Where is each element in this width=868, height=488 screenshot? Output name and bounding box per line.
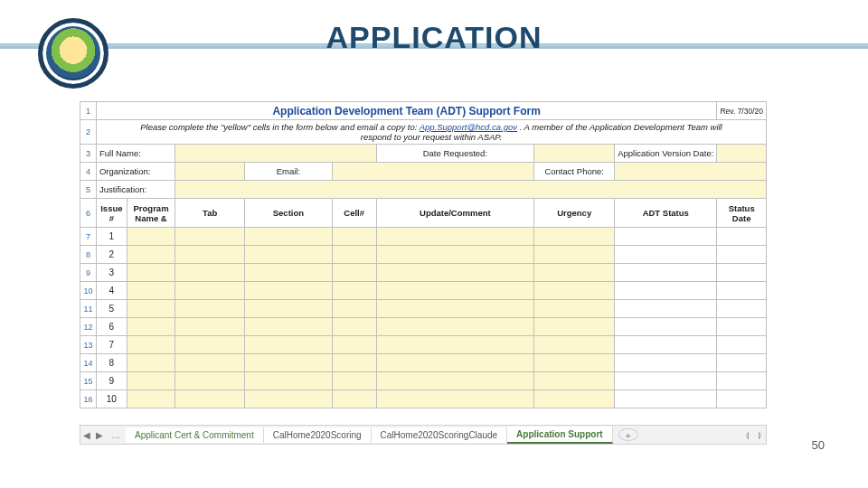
cell-urgency[interactable] — [534, 282, 615, 300]
cell-cell[interactable] — [332, 300, 376, 318]
input-full-name[interactable] — [175, 145, 376, 163]
add-sheet-icon[interactable]: + — [618, 428, 638, 441]
input-email[interactable] — [332, 163, 533, 181]
sheet-tab[interactable]: CalHome2020Scoring — [264, 427, 372, 443]
cell-program[interactable] — [127, 282, 175, 300]
tab-overflow-icon[interactable]: … — [106, 430, 126, 440]
cell-program[interactable] — [127, 336, 175, 354]
cell-update[interactable] — [376, 372, 534, 390]
input-app-version-date[interactable] — [717, 145, 767, 163]
cell-program[interactable] — [127, 300, 175, 318]
cell-status-date[interactable] — [717, 318, 767, 336]
hscroll-left-icon[interactable]: ⦉ — [741, 430, 753, 440]
cell-tab[interactable] — [175, 318, 245, 336]
cell-urgency[interactable] — [534, 246, 615, 264]
cell-adt-status[interactable] — [615, 390, 717, 408]
input-organization[interactable] — [175, 163, 245, 181]
cell-program[interactable] — [127, 264, 175, 282]
form-title: Application Development Team (ADT) Suppo… — [96, 102, 716, 120]
cell-cell[interactable] — [332, 390, 376, 408]
cell-update[interactable] — [376, 300, 534, 318]
tab-nav-prev-icon[interactable]: ◀ — [80, 430, 93, 440]
cell-program[interactable] — [127, 318, 175, 336]
cell-tab[interactable] — [175, 264, 245, 282]
cell-urgency[interactable] — [534, 336, 615, 354]
cell-cell[interactable] — [332, 318, 376, 336]
cell-section[interactable] — [245, 228, 333, 246]
cell-status-date[interactable] — [717, 264, 767, 282]
cell-tab[interactable] — [175, 354, 245, 372]
cell-status-date[interactable] — [717, 372, 767, 390]
support-email-link[interactable]: App.Support@hcd.ca.gov — [420, 122, 517, 132]
cell-adt-status[interactable] — [615, 228, 717, 246]
cell-adt-status[interactable] — [615, 264, 717, 282]
cell-status-date[interactable] — [717, 246, 767, 264]
cell-tab[interactable] — [175, 390, 245, 408]
cell-section[interactable] — [245, 246, 333, 264]
cell-update[interactable] — [376, 246, 534, 264]
cell-update[interactable] — [376, 390, 534, 408]
cell-adt-status[interactable] — [615, 372, 717, 390]
cell-section[interactable] — [245, 300, 333, 318]
cell-tab[interactable] — [175, 246, 245, 264]
cell-update[interactable] — [376, 336, 534, 354]
cell-adt-status[interactable] — [615, 336, 717, 354]
cell-program[interactable] — [127, 390, 175, 408]
cell-section[interactable] — [245, 318, 333, 336]
cell-program[interactable] — [127, 228, 175, 246]
cell-program[interactable] — [127, 246, 175, 264]
cell-cell[interactable] — [332, 372, 376, 390]
cell-cell[interactable] — [332, 282, 376, 300]
tab-nav-next-icon[interactable]: ▶ — [93, 430, 106, 440]
cell-section[interactable] — [245, 264, 333, 282]
cell-tab[interactable] — [175, 372, 245, 390]
cell-status-date[interactable] — [717, 228, 767, 246]
cell-cell[interactable] — [332, 354, 376, 372]
sheet-tab-active[interactable]: Application Support — [507, 427, 613, 444]
cell-status-date[interactable] — [717, 390, 767, 408]
cell-status-date[interactable] — [717, 336, 767, 354]
table-row: 12 6 — [80, 318, 767, 336]
cell-section[interactable] — [245, 390, 333, 408]
cell-status-date[interactable] — [717, 354, 767, 372]
cell-tab[interactable] — [175, 336, 245, 354]
sheet-tab[interactable]: CalHome2020ScoringClaude — [372, 427, 508, 443]
sheet-tab[interactable]: Applicant Cert & Commitment — [126, 427, 264, 443]
cell-section[interactable] — [245, 354, 333, 372]
cell-urgency[interactable] — [534, 318, 615, 336]
cell-urgency[interactable] — [534, 354, 615, 372]
cell-status-date[interactable] — [717, 282, 767, 300]
input-justification[interactable] — [175, 181, 767, 199]
cell-update[interactable] — [376, 318, 534, 336]
cell-tab[interactable] — [175, 282, 245, 300]
cell-urgency[interactable] — [534, 264, 615, 282]
cell-program[interactable] — [127, 372, 175, 390]
cell-update[interactable] — [376, 354, 534, 372]
cell-section[interactable] — [245, 282, 333, 300]
cell-adt-status[interactable] — [615, 282, 717, 300]
cell-tab[interactable] — [175, 300, 245, 318]
cell-adt-status[interactable] — [615, 354, 717, 372]
input-date-requested[interactable] — [534, 145, 615, 163]
cell-urgency[interactable] — [534, 390, 615, 408]
input-contact-phone[interactable] — [615, 163, 767, 181]
cell-section[interactable] — [245, 336, 333, 354]
cell-adt-status[interactable] — [615, 246, 717, 264]
cell-update[interactable] — [376, 228, 534, 246]
cell-adt-status[interactable] — [615, 300, 717, 318]
cell-program[interactable] — [127, 354, 175, 372]
cell-status-date[interactable] — [717, 300, 767, 318]
cell-urgency[interactable] — [534, 300, 615, 318]
cell-cell[interactable] — [332, 264, 376, 282]
cell-urgency[interactable] — [534, 228, 615, 246]
cell-update[interactable] — [376, 264, 534, 282]
cell-cell[interactable] — [332, 228, 376, 246]
cell-update[interactable] — [376, 282, 534, 300]
hscroll-right-icon[interactable]: ⦊ — [753, 430, 766, 440]
cell-cell[interactable] — [332, 336, 376, 354]
cell-urgency[interactable] — [534, 372, 615, 390]
cell-section[interactable] — [245, 372, 333, 390]
cell-adt-status[interactable] — [615, 318, 717, 336]
cell-cell[interactable] — [332, 246, 376, 264]
cell-tab[interactable] — [175, 228, 245, 246]
